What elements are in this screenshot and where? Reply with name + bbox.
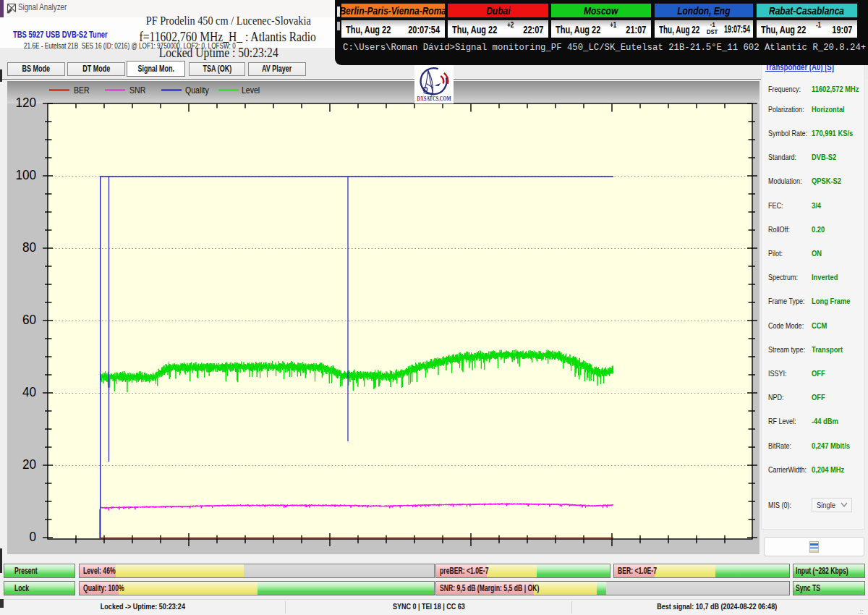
svg-text:DXSATCS.COM: DXSATCS.COM [417,96,451,102]
